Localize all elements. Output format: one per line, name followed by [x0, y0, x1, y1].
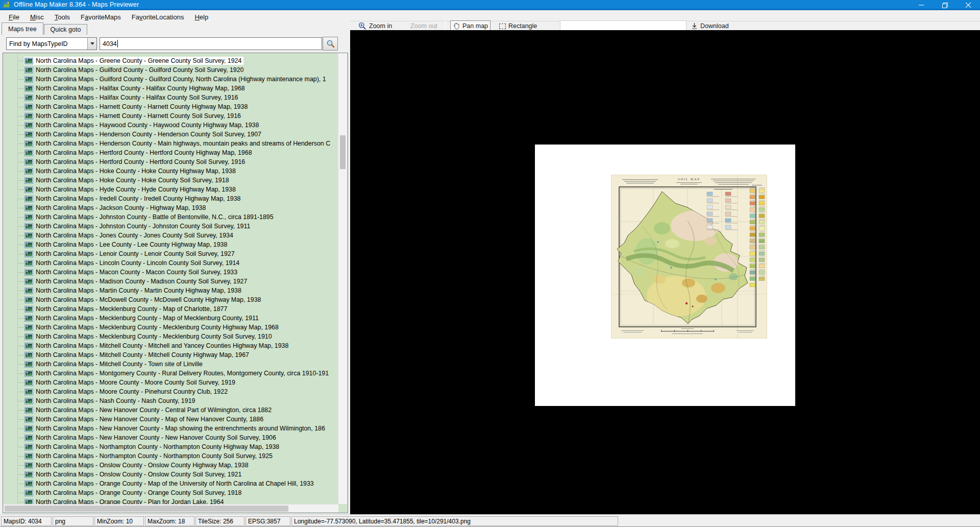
tree-item[interactable]: North Carolina Maps - Halifax County - H… [4, 84, 338, 93]
tree-item[interactable]: North Carolina Maps - McDowell County - … [4, 295, 338, 304]
tree-item[interactable]: North Carolina Maps - Mitchell County - … [4, 360, 338, 369]
tree-item[interactable]: North Carolina Maps - Lenoir County - Le… [4, 249, 338, 258]
tree-item[interactable]: North Carolina Maps - Montgomery County … [4, 369, 338, 378]
status-epsg: EPSG:3857 [246, 516, 290, 526]
tree-horizontal-scrollbar[interactable] [4, 504, 338, 512]
tab-maps-tree[interactable]: Maps tree [2, 22, 43, 35]
tree-item[interactable]: North Carolina Maps - Henderson County -… [4, 130, 338, 139]
tree-item[interactable]: North Carolina Maps - Orange County - Or… [4, 488, 338, 497]
tree-item-label: North Carolina Maps - Hoke County - Hoke… [36, 177, 229, 184]
tree-item[interactable]: North Carolina Maps - New Hanover County… [4, 405, 338, 415]
tree-item[interactable]: North Carolina Maps - Hoke County - Hoke… [4, 176, 338, 185]
tree-vertical-scrollbar[interactable] [338, 53, 347, 504]
tree-item-label: North Carolina Maps - Halifax County - H… [36, 94, 238, 101]
tree-item[interactable]: North Carolina Maps - Onslow County - On… [4, 470, 338, 479]
tree-item[interactable]: North Carolina Maps - Johnston County - … [4, 212, 338, 222]
map-image-icon [24, 471, 33, 478]
tree-item[interactable]: North Carolina Maps - Northampton County… [4, 442, 338, 451]
menu-item-file[interactable]: File [4, 13, 24, 21]
tree-item-label: North Carolina Maps - Lincoln County - L… [36, 259, 239, 267]
tree-item[interactable]: North Carolina Maps - Orange County - Pl… [4, 497, 338, 504]
tree-item[interactable]: North Carolina Maps - Orange County - Ma… [4, 479, 338, 488]
tree-item[interactable]: North Carolina Maps - Nash County - Nash… [4, 396, 338, 405]
tree-item[interactable]: North Carolina Maps - Haywood County - H… [4, 121, 338, 130]
tree-item[interactable]: North Carolina Maps - Mecklenburg County… [4, 332, 338, 341]
map-viewport[interactable]: SOIL MAP [350, 30, 980, 514]
tree-item[interactable]: North Carolina Maps - Madison County - M… [4, 277, 338, 286]
menu-item-favoritemaps[interactable]: FavoriteMaps [76, 13, 126, 21]
status-format: png [53, 516, 93, 526]
minimize-button[interactable] [910, 0, 933, 10]
tree-item[interactable]: North Carolina Maps - Jones County - Jon… [4, 231, 338, 240]
tree-item-label: North Carolina Maps - Lee County - Lee C… [36, 241, 227, 248]
tree-item[interactable]: North Carolina Maps - Lee County - Lee C… [4, 240, 338, 249]
search-row: Find by MapsTypeID 4034 [0, 37, 350, 51]
tree-item[interactable]: North Carolina Maps - Mitchell County - … [4, 341, 338, 350]
tab-quick-goto[interactable]: Quick goto [44, 24, 88, 35]
pan-map-label: Pan map [462, 22, 488, 30]
find-by-value: Find by MapsTypeID [7, 40, 87, 47]
minimize-icon [919, 3, 924, 8]
map-image-icon [24, 140, 33, 147]
tree-item[interactable]: North Carolina Maps - Johnston County - … [4, 222, 338, 231]
map-image-icon [24, 242, 33, 248]
zoom-in-button[interactable]: Zoom in [356, 21, 394, 31]
find-by-dropdown[interactable]: Find by MapsTypeID [6, 37, 97, 50]
tree-item[interactable]: North Carolina Maps - Jackson County - H… [4, 203, 338, 212]
tree-item[interactable]: North Carolina Maps - Moore County - Moo… [4, 378, 338, 387]
search-input[interactable]: 4034 [100, 37, 322, 50]
tree-item[interactable]: North Carolina Maps - Iredell County - I… [4, 194, 338, 203]
search-input-value: 4034 [103, 40, 117, 47]
rectangle-label: Rectangle [508, 22, 537, 30]
tree-item[interactable]: North Carolina Maps - Hoke County - Hoke… [4, 166, 338, 176]
horizontal-scrollbar-thumb[interactable] [5, 506, 288, 512]
tree-item[interactable]: North Carolina Maps - Hyde County - Hyde… [4, 185, 338, 194]
search-button[interactable] [323, 37, 338, 51]
pan-map-button[interactable]: Pan map [450, 20, 491, 31]
tree-item[interactable]: North Carolina Maps - Greene County - Gr… [4, 56, 338, 65]
chevron-down-icon[interactable] [87, 38, 96, 50]
tree-item[interactable]: North Carolina Maps - Mecklenburg County… [4, 304, 338, 314]
tree-item[interactable]: North Carolina Maps - Hertford County - … [4, 157, 338, 166]
vertical-scrollbar-thumb[interactable] [340, 135, 346, 169]
map-image-icon [24, 453, 33, 460]
tree-item[interactable]: North Carolina Maps - New Hanover County… [4, 433, 338, 442]
window-title: Offline Map Maker 8.364 - Maps Previewer [14, 1, 139, 8]
rectangle-button[interactable]: Rectangle [497, 21, 539, 31]
status-coordinates: Longitude=-77.573090, Latitude=35.471855… [291, 516, 618, 526]
map-image-icon [24, 232, 33, 239]
tree-item[interactable]: North Carolina Maps - New Hanover County… [4, 424, 338, 433]
tree-item[interactable]: North Carolina Maps - Mecklenburg County… [4, 314, 338, 323]
tree-item[interactable]: North Carolina Maps - Hertford County - … [4, 148, 338, 157]
tree-item[interactable]: North Carolina Maps - Martin County - Ma… [4, 286, 338, 295]
tree-item-label: North Carolina Maps - Hoke County - Hoke… [36, 167, 236, 175]
tree-item[interactable]: North Carolina Maps - Halifax County - H… [4, 93, 338, 102]
tree-item[interactable]: North Carolina Maps - Onslow County - On… [4, 461, 338, 470]
tree-item[interactable]: North Carolina Maps - Northampton County… [4, 451, 338, 461]
tree-item-label: North Carolina Maps - Hertford County - … [36, 149, 252, 156]
tree-item-label: North Carolina Maps - Mecklenburg County… [36, 333, 272, 340]
map-image-icon [24, 315, 33, 322]
map-image-icon [24, 361, 33, 368]
tree-item[interactable]: North Carolina Maps - Henderson County -… [4, 139, 338, 148]
tree-item[interactable]: North Carolina Maps - Moore County - Pin… [4, 387, 338, 396]
menu-item-tools[interactable]: Tools [50, 13, 75, 21]
tree-item[interactable]: North Carolina Maps - Guilford County - … [4, 75, 338, 84]
close-button[interactable] [957, 0, 980, 10]
menu-item-misc[interactable]: Misc [26, 13, 48, 21]
tree-item[interactable]: North Carolina Maps - Lincoln County - L… [4, 258, 338, 268]
tree-item-label: North Carolina Maps - Harnett County - H… [36, 112, 241, 119]
restore-button[interactable] [933, 0, 957, 10]
zoom-out-button: Zoom out [408, 21, 439, 31]
tree-item[interactable]: North Carolina Maps - Mitchell County - … [4, 350, 338, 360]
tree-item-label: North Carolina Maps - Northampton County… [36, 443, 279, 450]
menu-item-favoritelocations[interactable]: FavoriteLocations [127, 13, 189, 21]
tree-item[interactable]: North Carolina Maps - Harnett County - H… [4, 111, 338, 121]
tree-item[interactable]: North Carolina Maps - Mecklenburg County… [4, 323, 338, 332]
menu-item-help[interactable]: Help [190, 13, 213, 21]
tree-item[interactable]: North Carolina Maps - Macon County - Mac… [4, 268, 338, 277]
tree-item[interactable]: North Carolina Maps - New Hanover County… [4, 415, 338, 424]
tree-item[interactable]: North Carolina Maps - Guilford County - … [4, 65, 338, 75]
download-button[interactable]: Download [689, 21, 731, 31]
tree-item[interactable]: North Carolina Maps - Harnett County - H… [4, 102, 338, 111]
